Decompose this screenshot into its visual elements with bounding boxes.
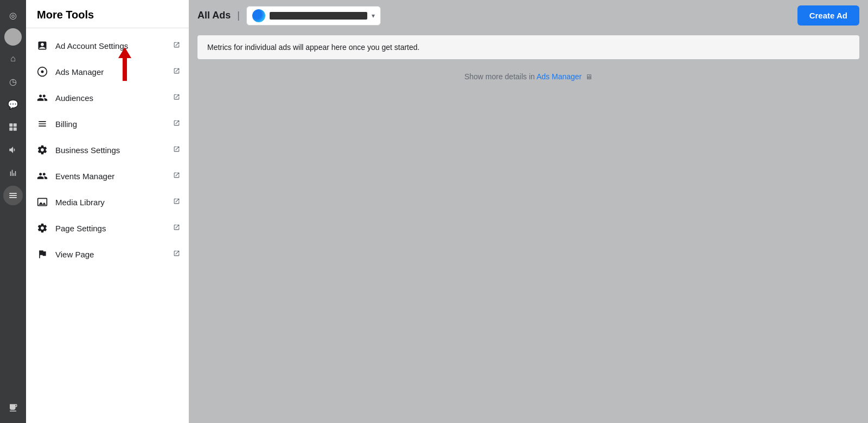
meta-nav-icon[interactable]: ◎: [3, 5, 23, 25]
stats-nav-icon[interactable]: [3, 163, 23, 182]
ads-manager-icon: [35, 64, 50, 79]
sidebar-item-media-library[interactable]: Media Library: [26, 189, 189, 215]
business-settings-label: Business Settings: [55, 146, 173, 155]
activity-nav-icon[interactable]: ◷: [3, 72, 23, 91]
info-text: Metrics for individual ads will appear h…: [207, 43, 850, 52]
megaphone-nav-icon[interactable]: [3, 140, 23, 160]
ads-manager-link[interactable]: Ads Manager: [537, 72, 582, 81]
events-manager-icon: [35, 168, 50, 184]
sidebar-item-ad-account-settings[interactable]: Ad Account Settings: [26, 33, 189, 59]
audiences-icon: [35, 90, 50, 105]
facebook-icon: [252, 9, 265, 22]
sidebar-item-page-settings[interactable]: Page Settings: [26, 215, 189, 241]
page-settings-external-icon: [173, 224, 180, 232]
account-name: [270, 12, 367, 20]
media-library-icon: [35, 194, 50, 210]
sidebar-item-view-page[interactable]: View Page: [26, 241, 189, 267]
ad-account-settings-label: Ad Account Settings: [55, 41, 173, 50]
sidebar-title: More Tools: [26, 0, 189, 28]
svg-point-5: [41, 71, 44, 73]
sidebar-item-audiences[interactable]: Audiences: [26, 85, 189, 111]
create-ad-button[interactable]: Create Ad: [797, 5, 859, 26]
sidebar-item-events-manager[interactable]: Events Manager: [26, 163, 189, 189]
svg-rect-2: [9, 128, 12, 131]
details-text: Show more details in Ads Manager 🖥: [189, 72, 868, 81]
bottom-nav-icon[interactable]: [3, 398, 23, 418]
audiences-external-icon: [173, 93, 180, 102]
ad-account-settings-icon: [35, 38, 50, 53]
account-selector[interactable]: ▾: [246, 6, 381, 26]
top-bar: All Ads | ▾ Create Ad: [189, 0, 868, 31]
page-settings-icon: [35, 220, 50, 236]
menu-nav-icon[interactable]: [3, 186, 23, 205]
audiences-label: Audiences: [55, 93, 173, 103]
events-manager-external-icon: [173, 172, 180, 180]
page-link-icon: 🖥: [585, 73, 592, 81]
view-page-external-icon: [173, 250, 180, 258]
show-more-details-label: Show more details in: [464, 72, 535, 81]
billing-external-icon: [173, 119, 180, 128]
sidebar-item-business-settings[interactable]: Business Settings: [26, 137, 189, 163]
ads-manager-external-icon: [173, 67, 180, 76]
chevron-down-icon: ▾: [372, 12, 375, 20]
main-content: All Ads | ▾ Create Ad Metrics for indivi…: [189, 0, 868, 423]
media-library-external-icon: [173, 198, 180, 206]
view-page-label: View Page: [55, 250, 173, 259]
events-manager-label: Events Manager: [55, 172, 173, 181]
chat-nav-icon[interactable]: 💬: [3, 94, 23, 114]
business-settings-external-icon: [173, 146, 180, 154]
more-tools-sidebar: More Tools Ad Account Settings Ads Manag…: [26, 0, 189, 423]
info-panel: Metrics for individual ads will appear h…: [197, 35, 859, 59]
svg-rect-1: [14, 123, 17, 127]
media-library-label: Media Library: [55, 198, 173, 207]
profile-avatar[interactable]: [4, 28, 22, 46]
billing-label: Billing: [55, 119, 173, 129]
sidebar-item-ads-manager[interactable]: Ads Manager: [26, 59, 189, 85]
view-page-icon: [35, 247, 50, 262]
svg-rect-3: [14, 128, 17, 131]
page-settings-label: Page Settings: [55, 224, 173, 233]
icon-nav: ◎ ⌂ ◷ 💬: [0, 0, 26, 423]
svg-rect-0: [9, 123, 12, 127]
sidebar-item-billing[interactable]: Billing: [26, 111, 189, 137]
pages-nav-icon[interactable]: [3, 117, 23, 137]
billing-icon: [35, 116, 50, 131]
tools-list: Ad Account Settings Ads Manager Audience…: [26, 28, 189, 272]
home-nav-icon[interactable]: ⌂: [3, 49, 23, 68]
business-settings-icon: [35, 142, 50, 157]
divider: |: [237, 10, 240, 21]
all-ads-title: All Ads: [197, 10, 231, 21]
ad-account-settings-external-icon: [173, 41, 180, 50]
ads-manager-label: Ads Manager: [55, 67, 173, 77]
